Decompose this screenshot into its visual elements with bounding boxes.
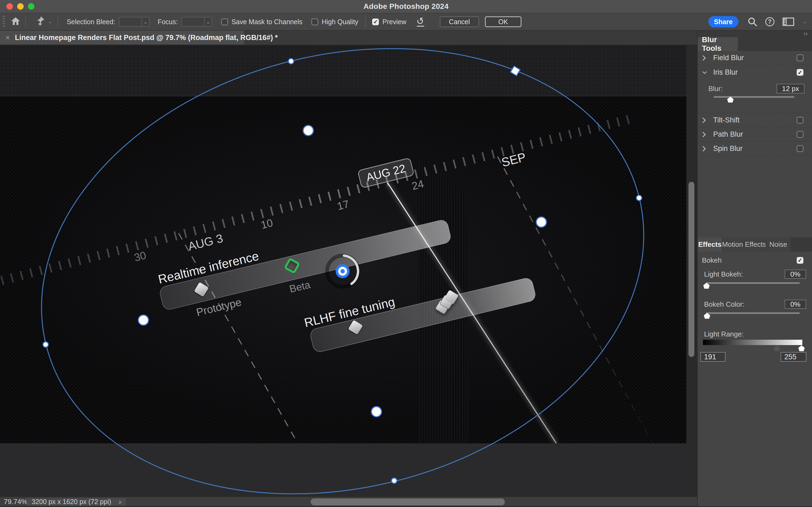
field-blur-row[interactable]: Field Blur	[698, 51, 812, 65]
preview-checkbox[interactable]	[372, 18, 379, 25]
path-blur-row[interactable]: Path Blur	[698, 127, 812, 142]
horizontal-scrollbar-thumb[interactable]	[311, 498, 505, 505]
light-range-min-knob[interactable]	[773, 345, 780, 351]
blur-amount-value[interactable]: 12 px	[776, 84, 805, 94]
high-quality-checkbox-row: High Quality	[311, 18, 358, 26]
bokeh-label: Bokeh	[702, 256, 722, 265]
chevron-down-icon[interactable]: ⌄	[802, 18, 807, 25]
workspace-icon[interactable]	[782, 17, 794, 26]
slider-track[interactable]	[714, 96, 794, 98]
blur-tools-tab[interactable]: Blur Tools	[698, 37, 738, 51]
ok-button[interactable]: OK	[485, 16, 521, 27]
save-mask-checkbox-row: Save Mask to Channels	[221, 18, 302, 26]
chevron-right-icon[interactable]: ›	[119, 498, 121, 506]
spin-blur-checkbox[interactable]	[797, 145, 803, 152]
options-bar: ⌄ Selection Bleed: ⌄ Focus: ⌄ Save Mask …	[0, 13, 812, 31]
iris-ellipse-handle[interactable]	[43, 342, 48, 347]
tab-motion-effects[interactable]: Motion Effects	[722, 237, 766, 251]
light-range-gradient[interactable]	[703, 340, 802, 345]
iris-blur-checkbox[interactable]	[797, 69, 803, 76]
blur-tools-header: Blur Tools	[698, 37, 812, 51]
blur-pin-tool-button[interactable]: ⌄	[35, 15, 53, 28]
document-info-box[interactable]: 3200 px x 1620 px (72 ppi) ›	[27, 498, 126, 506]
panel-gap	[698, 156, 812, 237]
vertical-scrollbar-thumb[interactable]	[689, 182, 694, 357]
slider-track[interactable]	[706, 312, 800, 314]
canvas-artwork: 30 AUG 3 10 17 24 SEP AUG 22 Realtime in…	[0, 45, 686, 497]
tilt-shift-checkbox[interactable]	[797, 117, 803, 123]
iris-ellipse-handle[interactable]	[288, 59, 294, 64]
home-icon[interactable]	[11, 16, 20, 27]
pin-tool-icon	[35, 15, 45, 28]
tab-effects[interactable]: Effects	[698, 237, 722, 251]
tab-overflow-icon[interactable]: ››	[803, 31, 808, 37]
selection-bleed-dropdown[interactable]: ⌄	[119, 17, 150, 26]
reset-icon[interactable]: ↺	[416, 17, 424, 26]
blur-amount-slider[interactable]	[698, 94, 812, 104]
document-tab-bar: × Linear Homepage Renders Flat Post.psd …	[0, 31, 697, 45]
iris-ellipse-handle[interactable]	[392, 478, 397, 484]
chevron-down-icon[interactable]	[702, 69, 707, 75]
bokeh-checkbox[interactable]	[797, 257, 803, 264]
light-range-min-value[interactable]: 191	[700, 352, 726, 362]
status-bar: 79.74% 3200 px x 1620 px (72 ppi) ›	[0, 497, 697, 506]
tilt-shift-row[interactable]: Tilt-Shift	[698, 113, 812, 127]
blur-gallery-panel: ›› Blur Tools Field Blur Iris Blur Blur:…	[697, 31, 812, 506]
vertical-scrollbar[interactable]	[686, 45, 697, 497]
document-tab[interactable]: × Linear Homepage Renders Flat Post.psd …	[0, 31, 244, 45]
cancel-button[interactable]: Cancel	[440, 16, 479, 27]
search-icon[interactable]	[748, 17, 757, 26]
divider	[25, 15, 26, 28]
pasteboard	[0, 443, 686, 497]
share-button[interactable]: Share	[708, 16, 739, 27]
save-mask-label: Save Mask to Channels	[231, 18, 302, 26]
light-range-values: 191 255	[698, 352, 812, 362]
iris-roundness-knob[interactable]	[138, 315, 149, 325]
light-range-label: Light Range:	[704, 330, 744, 338]
canvas[interactable]: 30 AUG 3 10 17 24 SEP AUG 22 Realtime in…	[0, 45, 686, 497]
chevron-right-icon[interactable]	[702, 146, 707, 152]
chevron-right-icon[interactable]	[702, 131, 707, 138]
save-mask-checkbox[interactable]	[221, 18, 228, 25]
focus-dropdown[interactable]: ⌄	[181, 17, 212, 26]
high-quality-checkbox[interactable]	[311, 18, 318, 25]
iris-blur-controls: Blur: 12 px	[698, 79, 812, 113]
help-icon[interactable]: ?	[765, 17, 774, 26]
iris-roundness-knob[interactable]	[303, 125, 313, 135]
chevron-right-icon[interactable]	[702, 117, 707, 123]
slider-track[interactable]	[706, 282, 800, 284]
tab-noise[interactable]: Noise	[766, 237, 791, 251]
iris-ellipse-handle[interactable]	[636, 195, 642, 201]
zoom-level[interactable]: 79.74%	[4, 498, 25, 506]
light-bokeh-slider[interactable]	[698, 281, 812, 290]
bokeh-color-value[interactable]: 0%	[785, 300, 806, 309]
selection-bleed-label: Selection Bleed:	[67, 18, 115, 26]
light-range-max-knob[interactable]	[798, 345, 805, 351]
path-blur-checkbox[interactable]	[797, 131, 803, 138]
macos-title-bar: Adobe Photoshop 2024	[0, 0, 812, 13]
options-bar-grip[interactable]	[3, 16, 5, 27]
close-tab-icon[interactable]: ×	[5, 33, 10, 42]
app-title: Adobe Photoshop 2024	[0, 2, 812, 11]
effects-tab-bar: Effects Motion Effects Noise	[698, 237, 812, 251]
iris-roundness-knob[interactable]	[371, 406, 382, 417]
chevron-right-icon[interactable]	[702, 55, 707, 61]
document-dimensions: 3200 px x 1620 px (72 ppi)	[32, 498, 111, 506]
spin-blur-label: Spin Blur	[713, 145, 743, 153]
tilt-shift-label: Tilt-Shift	[713, 116, 740, 124]
bokeh-color-slider[interactable]	[698, 311, 812, 320]
chevron-down-icon: ⌄	[48, 19, 53, 24]
bokeh-color-label: Bokeh Color:	[704, 300, 744, 308]
document-tab-title: Linear Homepage Renders Flat Post.psd @ …	[15, 34, 278, 42]
light-bokeh-value[interactable]: 0%	[785, 270, 806, 279]
spin-blur-row[interactable]: Spin Blur	[698, 142, 812, 156]
iris-blur-label: Iris Blur	[713, 68, 738, 76]
chevron-down-icon: ⌄	[204, 17, 212, 26]
path-blur-label: Path Blur	[713, 130, 743, 138]
preview-checkbox-row: Preview	[372, 18, 406, 26]
iris-roundness-knob[interactable]	[536, 217, 546, 227]
field-blur-checkbox[interactable]	[797, 55, 803, 61]
light-bokeh-row: Light Bokeh: 0%	[698, 270, 812, 278]
iris-blur-row[interactable]: Iris Blur	[698, 65, 812, 79]
light-range-max-value[interactable]: 255	[780, 352, 806, 362]
